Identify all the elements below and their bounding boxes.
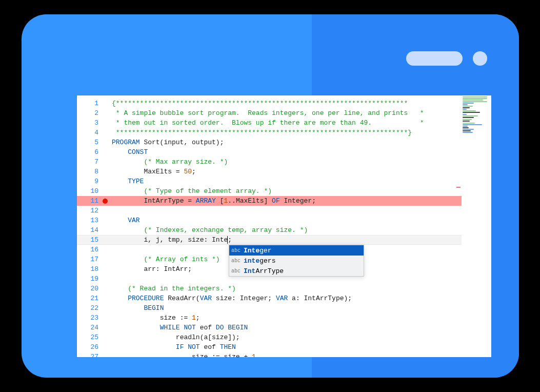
line-number[interactable]: 20 [77,285,98,292]
glyph-margin[interactable] [101,245,110,254]
code-line[interactable]: 22 BEGIN [77,303,491,313]
line-number[interactable]: 4 [77,129,98,136]
code-line[interactable]: 6 CONST [77,147,491,157]
glyph-margin[interactable] [101,147,110,157]
breakpoint-icon[interactable] [103,199,108,204]
glyph-margin[interactable] [101,167,110,177]
code-line[interactable]: 27 size := size + 1 [77,352,491,357]
glyph-margin[interactable] [101,293,110,303]
line-number[interactable]: 13 [77,217,98,224]
glyph-margin[interactable] [101,323,110,332]
code-line[interactable]: 3 * them out in sorted order. Blows up i… [77,118,491,128]
line-number[interactable]: 25 [77,334,98,341]
glyph-margin[interactable] [101,254,110,264]
code-content[interactable]: VAR [112,215,455,225]
glyph-margin[interactable] [101,284,110,293]
glyph-margin[interactable] [101,236,110,244]
code-content[interactable]: size := 1; [112,313,455,323]
code-line[interactable]: 10 (* Type of the element array. *) [77,186,491,196]
code-content[interactable]: CONST [112,147,455,157]
code-line[interactable]: 7 (* Max array size. *) [77,157,491,167]
code-content[interactable]: WHILE NOT eof DO BEGIN [112,323,455,332]
line-number[interactable]: 14 [77,226,98,234]
glyph-margin[interactable] [101,206,110,215]
glyph-margin[interactable] [101,264,110,274]
glyph-margin[interactable] [101,342,110,352]
code-content[interactable]: {***************************************… [112,99,455,108]
code-content[interactable]: IF NOT eof THEN [112,342,455,352]
glyph-margin[interactable] [101,274,110,284]
code-line[interactable]: 1{**************************************… [77,99,491,108]
code-content[interactable]: MaxElts = 50; [112,167,455,177]
glyph-margin[interactable] [101,177,110,186]
line-number[interactable]: 5 [77,139,98,146]
line-number[interactable]: 16 [77,246,98,253]
line-number[interactable]: 17 [77,256,98,263]
line-number[interactable]: 18 [77,265,98,273]
line-number[interactable]: 27 [77,353,98,357]
glyph-margin[interactable] [101,118,110,128]
line-number[interactable]: 21 [77,295,98,302]
code-line[interactable]: 23 size := 1; [77,313,491,323]
line-number[interactable]: 15 [77,236,98,244]
line-number[interactable]: 22 [77,304,98,312]
code-content[interactable]: size := size + 1 [112,352,455,357]
glyph-margin[interactable] [101,215,110,225]
code-content[interactable]: ****************************************… [112,128,455,138]
code-content[interactable]: * them out in sorted order. Blows up if … [112,118,455,128]
code-line[interactable]: 2 * A simple bubble sort program. Reads … [77,108,491,118]
glyph-margin[interactable] [101,225,110,235]
glyph-margin[interactable] [101,313,110,323]
code-line[interactable]: 20 (* Read in the integers. *) [77,284,491,293]
overview-ruler[interactable] [455,95,462,357]
autocomplete-item[interactable]: abcintegers [229,256,364,266]
autocomplete-item[interactable]: abcInteger [229,245,364,256]
line-number[interactable]: 6 [77,148,98,156]
code-line[interactable]: 11 IntArrType = ARRAY [1..MaxElts] OF In… [77,196,491,206]
code-content[interactable]: * A simple bubble sort program. Reads in… [112,108,455,118]
code-line[interactable]: 8 MaxElts = 50; [77,167,491,177]
code-content[interactable]: (* Indexes, exchange temp, array size. *… [112,225,455,235]
code-content[interactable]: (* Read in the integers. *) [112,284,455,293]
code-line[interactable]: 21 PROCEDURE ReadArr(VAR size: Integer; … [77,293,491,303]
line-number[interactable]: 23 [77,314,98,322]
code-content[interactable]: (* Type of the element array. *) [112,186,455,196]
code-line[interactable]: 14 (* Indexes, exchange temp, array size… [77,225,491,235]
line-number[interactable]: 26 [77,343,98,351]
code-line[interactable]: 24 WHILE NOT eof DO BEGIN [77,323,491,332]
glyph-margin[interactable] [101,99,110,108]
glyph-margin[interactable] [101,128,110,138]
code-content[interactable]: (* Max array size. *) [112,157,455,167]
glyph-margin[interactable] [101,303,110,313]
code-content[interactable]: i, j, tmp, size: Inte; [112,236,455,244]
code-editor[interactable]: 1{**************************************… [77,95,491,357]
line-number[interactable]: 12 [77,207,98,214]
line-number[interactable]: 2 [77,109,98,117]
glyph-margin[interactable] [101,196,110,206]
line-number[interactable]: 1 [77,100,98,107]
line-number[interactable]: 10 [77,187,98,195]
code-line[interactable]: 15 i, j, tmp, size: Inte; [77,235,491,245]
line-number[interactable]: 7 [77,158,98,166]
glyph-margin[interactable] [101,332,110,342]
code-line[interactable]: 13 VAR [77,215,491,225]
line-number[interactable]: 19 [77,275,98,283]
autocomplete-popup[interactable]: abcIntegerabcintegersabcIntArrType [229,245,364,277]
code-content[interactable] [112,206,455,215]
autocomplete-item[interactable]: abcIntArrType [229,266,364,276]
line-number[interactable]: 8 [77,168,98,175]
code-content[interactable]: TYPE [112,177,455,186]
code-line[interactable]: 12 [77,206,491,215]
line-number[interactable]: 24 [77,324,98,331]
line-number[interactable]: 9 [77,178,98,185]
glyph-margin[interactable] [101,157,110,167]
glyph-margin[interactable] [101,352,110,357]
code-content[interactable]: IntArrType = ARRAY [1..MaxElts] OF Integ… [112,196,455,206]
glyph-margin[interactable] [101,138,110,147]
glyph-margin[interactable] [101,108,110,118]
minimap[interactable] [462,95,491,357]
code-line[interactable]: 9 TYPE [77,177,491,186]
glyph-margin[interactable] [101,186,110,196]
code-line[interactable]: 26 IF NOT eof THEN [77,342,491,352]
line-number[interactable]: 11 [77,197,98,205]
